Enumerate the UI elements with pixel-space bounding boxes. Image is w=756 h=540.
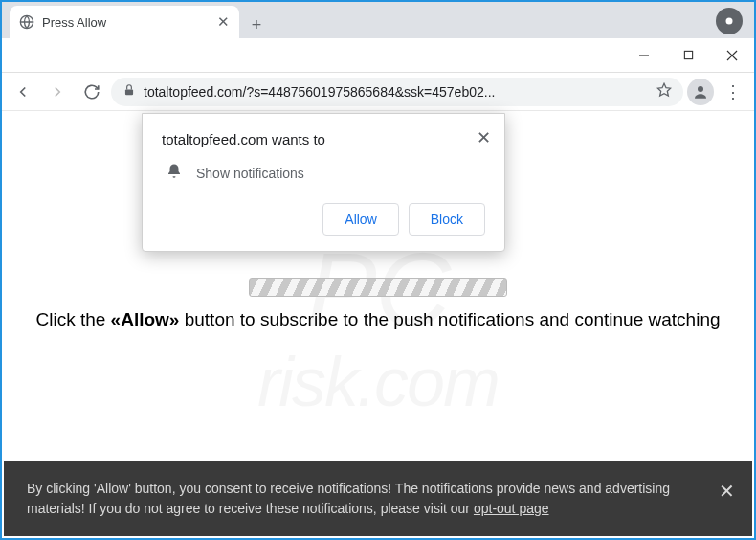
svg-point-1 <box>726 18 733 25</box>
reload-button[interactable] <box>77 77 107 107</box>
toolbar: totaltopfeed.com/?s=44875601975865684&ss… <box>2 73 754 111</box>
address-bar[interactable]: totaltopfeed.com/?s=44875601975865684&ss… <box>111 78 683 106</box>
watermark-text-2: risk.com <box>257 343 499 421</box>
instruction-bold: «Allow» <box>111 309 180 329</box>
loading-bar <box>249 278 507 297</box>
svg-rect-3 <box>684 51 692 58</box>
allow-button[interactable]: Allow <box>322 203 398 236</box>
svg-marker-7 <box>657 83 670 96</box>
permission-title: totaltopfeed.com wants to <box>162 131 485 147</box>
svg-rect-6 <box>125 89 133 95</box>
chrome-menu-icon[interactable]: ⋮ <box>718 77 748 107</box>
minimize-button[interactable] <box>622 39 666 72</box>
back-button[interactable] <box>8 77 38 107</box>
browser-tab[interactable]: Press Allow ✕ <box>10 6 239 38</box>
opt-out-link[interactable]: opt-out page <box>474 501 549 516</box>
instruction-post: button to subscribe to the push notifica… <box>179 309 720 329</box>
forward-button[interactable] <box>42 77 73 107</box>
permission-row: Show notifications <box>162 163 485 184</box>
globe-icon <box>19 14 34 30</box>
instruction-pre: Click the <box>35 309 110 329</box>
profile-avatar[interactable] <box>687 79 714 105</box>
maximize-button[interactable] <box>666 39 710 72</box>
new-tab-button[interactable]: + <box>243 11 270 38</box>
lock-icon[interactable] <box>122 83 136 101</box>
banner-close-icon[interactable]: ✕ <box>719 477 735 506</box>
profile-indicator-icon[interactable] <box>716 8 743 34</box>
bookmark-star-icon[interactable] <box>656 82 672 101</box>
permission-buttons: Allow Block <box>162 203 485 236</box>
block-button[interactable]: Block <box>409 203 485 236</box>
tab-bar: Press Allow ✕ + <box>2 2 754 38</box>
consent-banner: ✕ By clicking 'Allow' button, you consen… <box>4 461 752 536</box>
url-text: totaltopfeed.com/?s=44875601975865684&ss… <box>144 84 649 100</box>
permission-dialog: ✕ totaltopfeed.com wants to Show notific… <box>142 113 505 252</box>
bell-icon <box>166 163 183 184</box>
window-titlebar <box>2 38 754 73</box>
consent-text: By clicking 'Allow' button, you consent … <box>27 481 670 516</box>
dialog-close-icon[interactable]: ✕ <box>477 127 491 148</box>
instruction-text: Click the «Allow» button to subscribe to… <box>4 309 752 330</box>
svg-point-8 <box>698 86 703 92</box>
permission-text: Show notifications <box>196 166 304 181</box>
page-content: PC risk.com Click the «Allow» button to … <box>4 113 752 536</box>
close-button[interactable] <box>710 39 754 72</box>
tab-close-icon[interactable]: ✕ <box>217 13 230 31</box>
tab-title: Press Allow <box>42 15 210 30</box>
browser-window: Press Allow ✕ + totaltopfeed.com/?s=4487… <box>0 0 756 540</box>
